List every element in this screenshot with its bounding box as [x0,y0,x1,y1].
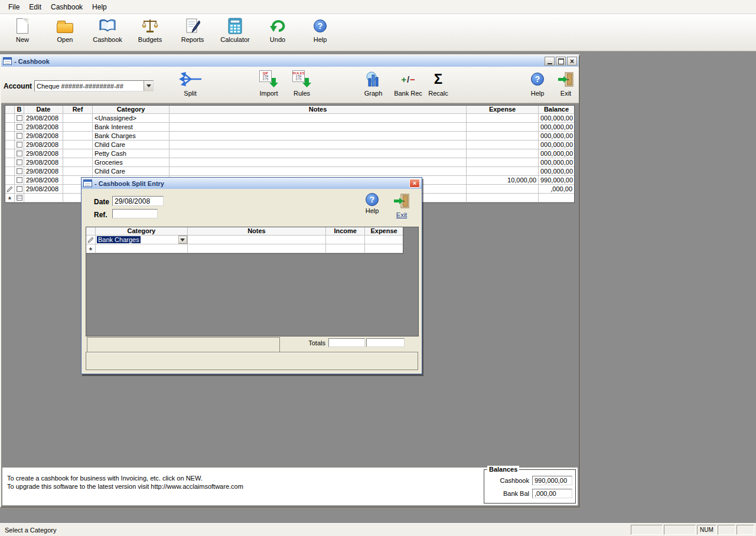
toolbar-help-button[interactable]: Help [299,17,341,51]
cell-balance[interactable]: 000,000,00 [539,140,574,149]
import-button[interactable]: QIF 2.54 0.73 Import [252,70,285,97]
cell-expense[interactable] [467,185,539,193]
cell-notes[interactable] [170,132,467,140]
cell-notes[interactable] [170,167,467,175]
restore-icon[interactable] [556,57,566,66]
cell-category[interactable]: Child Care [93,167,170,175]
cashbook-row[interactable]: 29/08/2008 <Unassigned> 000,000,00 [5,114,574,123]
cell-date[interactable]: 29/08/2008 [24,176,63,184]
toolbar-cashbook-button[interactable]: Cashbook [86,17,129,51]
row-checkbox[interactable] [15,194,24,202]
cell-balance[interactable]: 000,000,00 [539,123,574,131]
cell-notes[interactable] [170,114,467,122]
category-combobox[interactable]: Bank Charges [96,236,188,244]
cell-ref[interactable] [63,167,93,175]
rules-button[interactable]: RULES 2.54 0.73 Rules [285,70,318,97]
cell-category[interactable] [96,244,188,253]
cell-expense[interactable] [467,149,539,158]
cell-notes[interactable] [188,244,327,253]
cell-category[interactable]: Bank Charges [93,132,170,140]
cashbook-row[interactable]: 29/08/2008 Bank Interest 000,000,00 [5,123,574,132]
cashbook-row[interactable]: 29/08/2008 Child Care 000,000,00 [5,140,574,149]
cashbook-row[interactable]: 29/08/2008 Petty Cash 000,000,00 [5,149,574,158]
cell-income[interactable] [326,244,365,253]
cashbook-row[interactable]: 29/08/2008 Bank Charges 000,000,00 [5,132,574,140]
cell-category[interactable]: Petty Cash [93,149,170,158]
toolbar-open-button[interactable]: Open [44,17,86,51]
menu-edit[interactable]: Edit [24,1,46,14]
cell-ref[interactable] [63,123,93,131]
cell-date[interactable]: 29/08/2008 [24,123,63,131]
cashbook-window-titlebar[interactable]: - Cashbook [1,55,579,67]
menu-help[interactable]: Help [87,1,112,14]
cell-expense[interactable] [467,167,539,175]
cell-expense[interactable] [467,140,539,149]
cell-expense[interactable] [467,158,539,166]
cell-balance[interactable]: 000,000,00 [539,167,574,175]
menu-cashbook[interactable]: Cashbook [46,1,87,14]
dialog-help-button[interactable]: Help [356,193,389,214]
row-checkbox[interactable] [15,149,24,158]
cell-expense[interactable] [467,132,539,140]
cell-notes[interactable] [170,123,467,131]
account-select[interactable]: Cheque ######-########-## [34,80,154,91]
toolbar-budgets-button[interactable]: Budgets [129,17,171,51]
date-field[interactable]: 29/08/2008 [112,196,164,206]
toolbar-undo-button[interactable]: Undo [256,17,299,51]
graph-button[interactable]: Graph [357,70,390,97]
cell-date[interactable] [24,194,63,202]
toolbar-reports-button[interactable]: Reports [171,17,214,51]
toolbar-new-button[interactable]: New [1,17,44,51]
cell-notes[interactable] [188,236,327,244]
dialog-exit-button[interactable]: Exit [385,193,418,218]
cell-balance[interactable]: 000,000,00 [539,114,574,122]
recalc-button[interactable]: Recalc [422,70,455,97]
cashbook-row[interactable]: 29/08/2008 Child Care 000,000,00 [5,167,574,176]
cell-notes[interactable] [170,140,467,149]
cell-date[interactable]: 29/08/2008 [24,149,63,158]
cell-balance[interactable]: 990,000,00 [539,176,574,184]
row-checkbox[interactable] [15,167,24,175]
cell-date[interactable]: 29/08/2008 [24,185,63,193]
cell-category[interactable]: Child Care [93,140,170,149]
ref-field[interactable] [112,209,158,218]
cell-ref[interactable] [63,149,93,158]
cell-balance[interactable]: 000,000,00 [539,132,574,140]
row-checkbox[interactable] [15,176,24,184]
row-checkbox[interactable] [15,114,24,122]
toolbar-calculator-button[interactable]: Calculator [214,17,256,51]
cell-expense[interactable] [467,114,539,122]
cell-expense[interactable] [365,244,403,253]
close-icon[interactable] [409,179,420,188]
row-checkbox[interactable] [15,158,24,166]
cell-category[interactable]: Bank Interest [93,123,170,131]
cell-date[interactable]: 29/08/2008 [24,140,63,149]
cell-balance[interactable]: 000,000,00 [539,149,574,158]
cell-expense[interactable] [467,123,539,131]
cell-ref[interactable] [63,114,93,122]
chevron-down-icon[interactable] [144,81,153,91]
menu-file[interactable]: File [4,1,24,14]
split-new-row[interactable] [86,244,403,253]
split-row[interactable]: Bank Charges [86,236,403,244]
cell-category[interactable]: Groceries [93,158,170,166]
cell-ref[interactable] [63,132,93,140]
cell-income[interactable] [326,236,365,244]
close-icon[interactable] [567,57,577,66]
cell-balance[interactable]: 000,000,00 [539,158,574,166]
cell-date[interactable]: 29/08/2008 [24,167,63,175]
exit-button[interactable]: Exit [549,70,582,97]
cashbook-row[interactable]: 29/08/2008 Groceries 000,000,00 [5,158,574,167]
row-checkbox[interactable] [15,140,24,149]
cell-notes[interactable] [170,149,467,158]
cell-category[interactable]: <Unassigned> [93,114,170,122]
cell-balance[interactable]: ,000,00 [539,185,574,193]
cell-balance[interactable] [539,194,574,202]
chevron-down-icon[interactable] [178,236,187,244]
cell-ref[interactable] [63,158,93,166]
cell-expense[interactable] [365,236,403,244]
row-checkbox[interactable] [15,132,24,140]
row-checkbox[interactable] [15,185,24,193]
minimize-icon[interactable] [545,57,555,66]
cell-expense[interactable]: 10,000,00 [467,176,539,184]
